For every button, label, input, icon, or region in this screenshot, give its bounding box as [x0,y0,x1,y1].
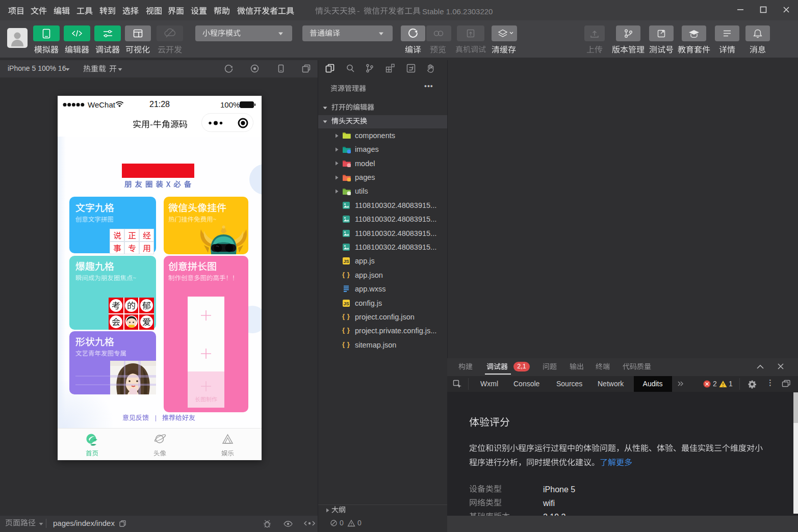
svg-text:JS: JS [343,301,349,306]
svg-text:JS: JS [343,259,349,264]
